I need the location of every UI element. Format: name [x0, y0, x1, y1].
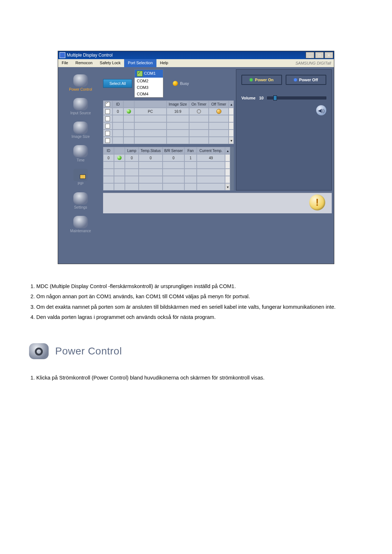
com-option-2[interactable]: COM2: [137, 79, 148, 83]
speaker-button[interactable]: ◀)): [316, 105, 326, 115]
sidebar-item-image-size[interactable]: Image Size: [72, 122, 90, 139]
power-off-button[interactable]: Power Off: [286, 75, 326, 85]
cell-id: 0: [113, 108, 123, 115]
cell2-cur: 49: [197, 154, 225, 161]
off-timer-icon: [216, 109, 221, 114]
sidebar-item-power-control[interactable]: Power Control: [69, 74, 92, 91]
sidebar-item-time[interactable]: Time: [73, 145, 88, 162]
note-1: 1. MDC (Multiple Display Control -flersk…: [30, 282, 362, 290]
sidebar-label-imgsize: Image Size: [72, 135, 90, 139]
power-on-button[interactable]: Power On: [241, 75, 282, 85]
input-source-icon: [73, 98, 88, 110]
note-2: 2. Om någon annan port än COM1 används, …: [30, 292, 362, 300]
volume-slider[interactable]: [267, 97, 326, 99]
menu-help[interactable]: Help: [156, 59, 172, 67]
cell2-fan: 1: [184, 154, 197, 161]
sidebar: Power Control Input Source Image Size Ti…: [60, 69, 101, 262]
sidebar-item-input-source[interactable]: Input Source: [70, 98, 91, 115]
settings-icon: [73, 192, 88, 205]
scroll-up-icon[interactable]: ▴: [225, 147, 230, 154]
menu-remocon[interactable]: Remocon: [72, 59, 96, 67]
scroll-down-icon[interactable]: ▾: [225, 183, 230, 190]
menu-file[interactable]: File: [58, 59, 72, 67]
maximize-button[interactable]: □: [315, 52, 324, 58]
scroll-down-icon[interactable]: ▾: [229, 137, 234, 144]
status-green-icon: [117, 156, 122, 160]
status-green-icon: [127, 109, 131, 114]
section-heading: Power Control: [29, 343, 363, 359]
sidebar-item-settings[interactable]: Settings: [73, 192, 88, 209]
menu-safety-lock[interactable]: Safety Lock: [96, 59, 124, 67]
section-title: Power Control: [55, 345, 122, 357]
section-body: 1. Klicka på Strömkontroll (Power Contro…: [29, 374, 363, 382]
com-option-4[interactable]: COM4: [137, 92, 148, 96]
note-4: 4. Den valda porten lagras i programmet …: [30, 313, 362, 321]
row-checkbox[interactable]: [105, 109, 110, 114]
busy-indicator: Busy: [173, 81, 189, 86]
sidebar-item-maintenance[interactable]: Maintenance: [70, 216, 91, 233]
status-grid: ID Lamp Temp.Status B/R Senser Fan Curre…: [103, 147, 234, 190]
scroll-up-icon[interactable]: ▴: [229, 100, 234, 108]
sidebar-item-pip[interactable]: PIP: [73, 169, 88, 186]
table-row: [103, 115, 234, 122]
power-icon: [73, 74, 88, 87]
on-timer-icon: [197, 109, 201, 114]
led-on-icon: [250, 78, 253, 81]
pip-icon: [73, 169, 88, 181]
busy-label: Busy: [180, 81, 189, 86]
power-icon: [29, 343, 49, 359]
table-row: [103, 176, 234, 183]
row-checkbox[interactable]: [105, 138, 110, 143]
sidebar-label-maint: Maintenance: [70, 229, 91, 233]
sidebar-label-time: Time: [77, 158, 85, 162]
busy-icon: [173, 81, 178, 86]
cell2-id: 0: [103, 154, 114, 161]
power-on-label: Power On: [255, 78, 273, 82]
select-all-button[interactable]: Select All: [103, 79, 132, 88]
time-icon: [73, 145, 88, 157]
brand-label: SAMSUNG DIGITall: [295, 61, 334, 65]
maintenance-icon: [73, 216, 88, 228]
app-icon: [60, 52, 65, 58]
com-option-3[interactable]: COM3: [137, 85, 148, 90]
display-grid: ID Image Size On Timer Off Timer ▴ 0: [103, 100, 234, 144]
control-panel: Power On Power Off Volume 10: [236, 69, 332, 190]
row-checkbox[interactable]: [105, 124, 110, 128]
menu-port-selection[interactable]: Port Selection: [124, 59, 156, 67]
table-row: ▾: [103, 183, 234, 190]
status-strip: !: [103, 193, 332, 213]
minimize-button[interactable]: _: [306, 52, 314, 58]
table-row[interactable]: 0 0 0 0 1 49: [103, 154, 234, 161]
col2-curtemp: Current Temp.: [197, 147, 225, 154]
col2-fan: Fan: [184, 147, 197, 154]
notes-list: 1. MDC (Multiple Display Control -flersk…: [29, 282, 363, 321]
sidebar-label-power: Power Control: [69, 87, 92, 91]
table-row: [103, 122, 234, 130]
col-status-icon: [123, 100, 134, 108]
app-window: Multiple Display Control _ □ × File Remo…: [58, 51, 334, 264]
note-3: 3. Om det exakta namnet på porten som är…: [30, 303, 362, 311]
alert-icon: !: [309, 194, 325, 210]
slider-thumb[interactable]: [273, 95, 277, 100]
col2-tempstatus: Temp.Status: [139, 147, 163, 154]
window-title: Multiple Display Control: [67, 53, 113, 58]
row-checkbox[interactable]: [105, 131, 110, 136]
cell-source: PC: [134, 108, 167, 115]
col-on-timer: On Timer: [189, 100, 209, 108]
cell2-tstat: 0: [139, 154, 163, 161]
sidebar-label-input: Input Source: [70, 111, 91, 115]
grid-header: ID Image Size On Timer Off Timer ▴: [103, 100, 234, 108]
header-checkbox[interactable]: [105, 102, 110, 107]
cell2-br: 0: [163, 154, 184, 161]
row-checkbox[interactable]: [105, 116, 110, 121]
col2-id: ID: [103, 147, 114, 154]
table-row: [103, 130, 234, 137]
table-row[interactable]: 0 PC 16:9: [103, 108, 234, 115]
cell2-lamp: 0: [125, 154, 139, 161]
close-button[interactable]: ×: [324, 52, 333, 58]
port-dropdown[interactable]: COM1 COM2 COM3 COM4: [134, 69, 163, 98]
power-off-label: Power Off: [299, 78, 318, 82]
col-off-timer: Off Timer: [209, 100, 229, 108]
led-off-icon: [294, 78, 297, 81]
com-option-1[interactable]: COM1: [144, 71, 156, 75]
